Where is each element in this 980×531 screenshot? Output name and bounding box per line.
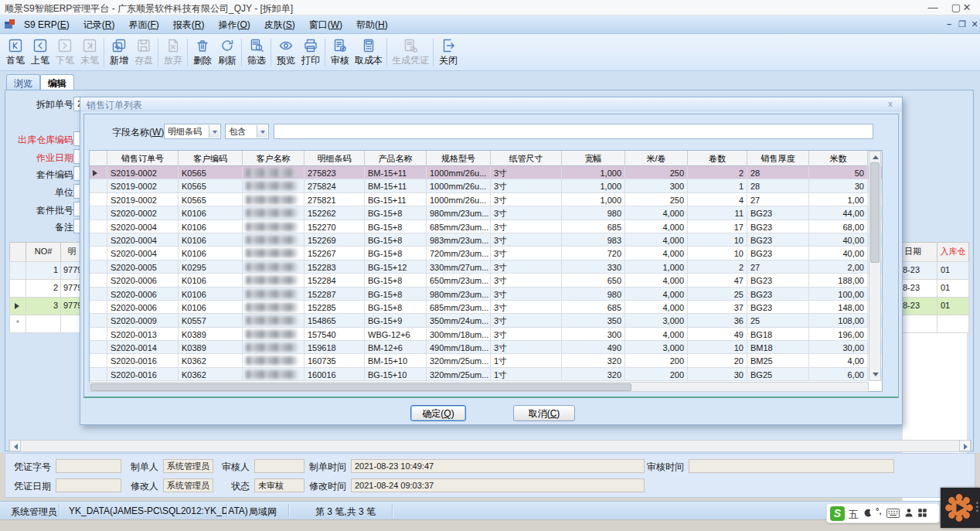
grid-cell[interactable]: 1,000: [625, 260, 688, 274]
grid-cell[interactable]: 1,00: [809, 193, 868, 206]
cell-customer-name-masked[interactable]: [243, 274, 305, 287]
grid-cell[interactable]: K0106: [179, 301, 243, 314]
grid-row-selector[interactable]: [90, 260, 107, 274]
grid-cell[interactable]: 650mm/23um...: [427, 274, 491, 287]
grid-cell[interactable]: 28: [747, 166, 809, 179]
grid-cell[interactable]: 4,000: [625, 288, 688, 301]
grid-cell[interactable]: 17: [688, 220, 747, 233]
grid-col-header-7[interactable]: 宽幅: [562, 151, 625, 166]
grid-cell[interactable]: 275821: [305, 193, 365, 206]
tab-browse[interactable]: 浏览: [6, 74, 40, 90]
toolbar-button-filter[interactable]: 筛选: [244, 36, 269, 70]
grid-cell[interactable]: 685: [562, 220, 625, 233]
grid-cell[interactable]: K0557: [179, 314, 243, 327]
menu-item-7[interactable]: 帮助(H): [349, 15, 395, 34]
grid-cell[interactable]: BG-15+8: [365, 274, 427, 287]
grid-cell[interactable]: 3,000: [625, 314, 688, 327]
grid-cell[interactable]: 40,00: [809, 247, 868, 260]
grid-cell[interactable]: 4,000: [625, 247, 688, 260]
grid-cell[interactable]: WBG-12+6: [365, 328, 427, 341]
punctuation-icon[interactable]: °‚: [876, 506, 881, 520]
grid-cell[interactable]: 47: [688, 274, 747, 287]
grid-hscrollbar[interactable]: [89, 382, 869, 392]
grid-cell[interactable]: 200: [625, 354, 688, 367]
grid-cell[interactable]: 25: [688, 288, 747, 301]
grid-col-header-3[interactable]: 明细条码: [305, 151, 365, 166]
search-operator-select[interactable]: 包含: [225, 124, 269, 139]
grid-col-header-4[interactable]: 产品名称: [365, 151, 427, 166]
cell-customer-name-masked[interactable]: [243, 233, 305, 247]
widget-handle-icon[interactable]: •••: [976, 502, 978, 513]
grid-cell[interactable]: 20: [688, 354, 747, 367]
mdi-close-icon[interactable]: ✕: [968, 19, 980, 31]
menu-item-0[interactable]: S9 ERP(E): [17, 16, 77, 35]
grid-row-selector[interactable]: [90, 193, 107, 206]
grid-cell[interactable]: 154865: [305, 314, 365, 327]
grid-row-3[interactable]: S2020-0002K0106152262BG-15+8980mm/23um..…: [90, 206, 882, 220]
grid-cell[interactable]: S2020-0016: [107, 368, 179, 381]
grid-cell[interactable]: BG-15+9: [365, 314, 427, 327]
grid-cell[interactable]: 3寸: [491, 179, 562, 192]
grid-cell[interactable]: 4,000: [625, 301, 688, 314]
cell-customer-name-masked[interactable]: [243, 193, 305, 206]
grid-col-header-11[interactable]: 米数: [809, 151, 868, 166]
grid-cell[interactable]: 44,00: [809, 206, 868, 220]
grid-col-header-5[interactable]: 规格型号: [427, 151, 491, 166]
cell-customer-name-masked[interactable]: [243, 220, 305, 233]
grid-cell[interactable]: BG23: [747, 301, 809, 314]
grid-row-11[interactable]: S2020-0009K0557154865BG-15+9350mm/24um..…: [90, 314, 882, 327]
grid-cell[interactable]: 4,000: [625, 220, 688, 233]
toolbar-button-delete[interactable]: 删除: [190, 36, 215, 70]
grid-cell[interactable]: 152269: [305, 233, 365, 247]
toolbar-button-cost[interactable]: 取成本: [352, 36, 385, 70]
grid-cell[interactable]: 4,00: [809, 354, 868, 367]
apps-grid-icon[interactable]: [917, 508, 927, 522]
dialog-close-icon[interactable]: x: [885, 99, 896, 108]
grid-row-2[interactable]: S2019-0002K0565275821BG-15+111000mm/26u.…: [90, 193, 882, 206]
grid-cell[interactable]: 3寸: [491, 328, 562, 341]
grid-cell[interactable]: BG-15+10: [365, 368, 427, 381]
grid-cell[interactable]: S2020-0002: [107, 206, 179, 220]
cell-customer-name-masked[interactable]: [243, 354, 305, 367]
grid-cell[interactable]: 152262: [305, 206, 365, 220]
grid-cell[interactable]: BG23: [747, 206, 809, 220]
grid-row-selector[interactable]: [90, 274, 107, 287]
mdi-minimize-icon[interactable]: –: [943, 19, 955, 31]
grid-cell[interactable]: 275824: [305, 179, 365, 192]
cell-customer-name-masked[interactable]: [243, 288, 305, 301]
grid-cell[interactable]: S2019-0002: [107, 193, 179, 206]
grid-cell[interactable]: 1000mm/26u...: [427, 166, 491, 179]
cell-customer-name-masked[interactable]: [243, 328, 305, 341]
grid-cell[interactable]: S2020-0004: [107, 220, 179, 233]
grid-cell[interactable]: 3寸: [491, 301, 562, 314]
dialog-titlebar[interactable]: 销售订单列表 x: [80, 97, 902, 111]
grid-cell[interactable]: BG-15+12: [365, 260, 427, 274]
menu-item-4[interactable]: 操作(O): [211, 15, 257, 34]
grid-cell[interactable]: K0389: [179, 328, 243, 341]
row-selector[interactable]: [9, 279, 26, 298]
menu-item-6[interactable]: 窗口(W): [302, 15, 349, 34]
grid-cell[interactable]: 2: [688, 260, 747, 274]
grid-cell[interactable]: K0106: [179, 206, 243, 220]
grid-cell[interactable]: 980mm/23um...: [427, 288, 491, 301]
grid-selector-header[interactable]: [90, 151, 107, 166]
toolbar-button-refresh[interactable]: 刷新: [215, 36, 240, 70]
sogou-input-icon[interactable]: S: [830, 506, 845, 521]
close-icon[interactable]: ✕: [955, 0, 978, 15]
grid-cell[interactable]: 152285: [305, 301, 365, 314]
grid-cell[interactable]: 320mm/25um...: [427, 368, 491, 381]
grid-cell[interactable]: K0106: [179, 220, 243, 233]
grid-row-selector[interactable]: [90, 314, 107, 327]
grid-cell[interactable]: BG-15+11: [365, 193, 427, 206]
grid-cell[interactable]: 108,00: [809, 314, 868, 327]
grid-cell[interactable]: 980: [562, 206, 625, 220]
grid-cell[interactable]: BM25: [747, 354, 809, 367]
grid-cell[interactable]: 320mm/25um...: [427, 354, 491, 367]
grid-cell[interactable]: 300mm/18um...: [427, 328, 491, 341]
grid-cell[interactable]: 3寸: [491, 166, 562, 179]
grid-cell[interactable]: 10: [688, 341, 747, 354]
cancel-button[interactable]: 取消(C): [513, 405, 575, 421]
grid-cell[interactable]: 720: [562, 247, 625, 260]
grid-cell[interactable]: S2020-0004: [107, 233, 179, 247]
grid-cell[interactable]: 2: [688, 166, 747, 179]
